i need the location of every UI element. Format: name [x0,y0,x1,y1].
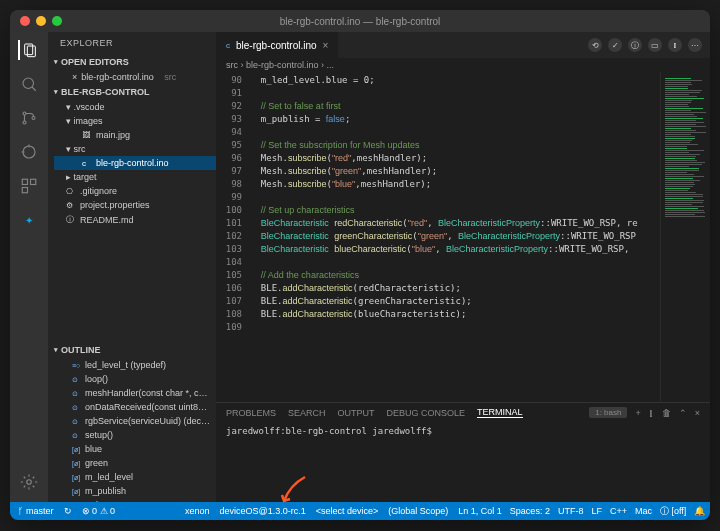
svg-rect-12 [22,188,27,193]
panel-tab-debug[interactable]: DEBUG CONSOLE [387,408,466,418]
outline-section: ▾OUTLINE ≡○led_level_t (typedef)⊙loop()⊙… [48,342,216,502]
search-icon[interactable] [19,74,39,94]
svg-point-5 [23,121,26,124]
info-status[interactable]: ⓘ [off] [660,505,686,518]
close-tab-icon[interactable]: × [323,40,329,51]
outline-item[interactable]: [ø]blue [54,442,216,456]
panel-tab-problems[interactable]: PROBLEMS [226,408,276,418]
outline-item[interactable]: ⊙rgbService(serviceUuid) (declaration) [54,414,216,428]
outline-header[interactable]: ▾OUTLINE [48,342,216,358]
window-title: ble-rgb-control.ino — ble-rgb-control [280,16,441,27]
delete-terminal-icon[interactable]: 🗑 [662,408,671,418]
sidebar-title: EXPLORER [48,32,216,54]
line-gutter: 90 91 92 93 94 95 96 97 98 99 100 101 10… [216,72,250,402]
file-item[interactable]: ⓘREADME.md [54,212,216,227]
close-window-button[interactable] [20,16,30,26]
main-area: ✦ EXPLORER ▾OPEN EDITORS × ble-rgb-contr… [10,32,710,502]
scope[interactable]: (Global Scope) [388,506,448,516]
problems-status[interactable]: ⊗ 0 ⚠ 0 [82,506,116,516]
source-control-icon[interactable] [19,108,39,128]
svg-line-3 [32,87,36,91]
folder-item[interactable]: ▾ .vscode [54,100,216,114]
status-bar: ᚶ master ↻ ⊗ 0 ⚠ 0 xenon deviceOS@1.3.0-… [10,502,710,520]
minimap[interactable] [660,72,710,402]
outline-item[interactable]: [ø]m_publish [54,484,216,498]
editor-actions: ⟲ ✓ ⓘ ▭ ⫿ ⋯ [588,38,710,52]
svg-rect-11 [31,179,36,184]
code-content[interactable]: m_led_level.blue = 0; // Set to false at… [250,72,660,402]
breadcrumb[interactable]: src › ble-rgb-control.ino › ... [216,58,710,72]
new-terminal-icon[interactable]: + [635,408,640,418]
editor-area: c ble-rgb-control.ino × ⟲ ✓ ⓘ ▭ ⫿ ⋯ src … [216,32,710,502]
action-icon[interactable]: ▭ [648,38,662,52]
settings-icon[interactable] [19,472,39,492]
open-editors-section: ▾OPEN EDITORS × ble-rgb-control.ino src [48,54,216,84]
svg-point-6 [32,117,35,120]
tab-bar: c ble-rgb-control.ino × ⟲ ✓ ⓘ ▭ ⫿ ⋯ [216,32,710,58]
cursor-position[interactable]: Ln 1, Col 1 [458,505,502,518]
action-icon[interactable]: ✓ [608,38,622,52]
bottom-panel: PROBLEMS SEARCH OUTPUT DEBUG CONSOLE TER… [216,402,710,502]
project-section: ▾BLE-RGB-CONTROL ▾ .vscode▾ images🖼main.… [48,84,216,227]
language-mode[interactable]: C++ [610,505,627,518]
action-icon[interactable]: ⓘ [628,38,642,52]
svg-point-2 [23,78,34,89]
select-device[interactable]: <select device> [316,506,379,516]
split-terminal-icon[interactable]: ⫿ [649,408,654,418]
minimize-window-button[interactable] [36,16,46,26]
open-editors-header[interactable]: ▾OPEN EDITORS [48,54,216,70]
panel-tab-output[interactable]: OUTPUT [338,408,375,418]
target-device[interactable]: xenon [185,506,210,516]
outline-item[interactable]: ⊙setup() [54,428,216,442]
device-os[interactable]: deviceOS@1.3.0-rc.1 [220,506,306,516]
svg-point-13 [27,480,32,485]
open-editor-item[interactable]: × ble-rgb-control.ino src [54,70,216,84]
file-item[interactable]: 🖼main.jpg [54,128,216,142]
vscode-window: ble-rgb-control.ino — ble-rgb-control ✦ … [10,10,710,520]
terminal-selector[interactable]: 1: bash [589,407,627,418]
eol[interactable]: LF [591,505,602,518]
file-item[interactable]: ⚙project.properties [54,198,216,212]
encoding[interactable]: UTF-8 [558,505,584,518]
outline-item[interactable]: [ø]m_led_level [54,470,216,484]
project-header[interactable]: ▾BLE-RGB-CONTROL [48,84,216,100]
panel-tab-search[interactable]: SEARCH [288,408,326,418]
panel-tab-terminal[interactable]: TERMINAL [477,407,523,418]
titlebar: ble-rgb-control.ino — ble-rgb-control [10,10,710,32]
terminal-content[interactable]: jaredwolff:ble-rgb-control jaredwolff$ [216,422,710,502]
maximize-panel-icon[interactable]: ⌃ [679,408,687,418]
sync-status[interactable]: ↻ [64,506,72,516]
extensions-icon[interactable] [19,176,39,196]
particle-icon[interactable]: ✦ [19,210,39,230]
svg-rect-10 [22,179,27,184]
outline-item[interactable]: [ø]green [54,456,216,470]
sidebar: EXPLORER ▾OPEN EDITORS × ble-rgb-control… [48,32,216,502]
more-icon[interactable]: ⋯ [688,38,702,52]
split-editor-icon[interactable]: ⫿ [668,38,682,52]
action-icon[interactable]: ⟲ [588,38,602,52]
folder-item[interactable]: ▸ target [54,170,216,184]
editor-tab[interactable]: c ble-rgb-control.ino × [216,32,339,58]
svg-point-7 [23,146,35,158]
file-item[interactable]: cble-rgb-control.ino [54,156,216,170]
maximize-window-button[interactable] [52,16,62,26]
debug-icon[interactable] [19,142,39,162]
code-editor[interactable]: 90 91 92 93 94 95 96 97 98 99 100 101 10… [216,72,710,402]
outline-item[interactable]: ⊙loop() [54,372,216,386]
outline-item[interactable]: ≡○led_level_t (typedef) [54,358,216,372]
svg-point-4 [23,112,26,115]
folder-item[interactable]: ▾ images [54,114,216,128]
explorer-icon[interactable] [18,40,38,60]
outline-item[interactable]: ⊙onDataReceived(const uint8_t *, size_t,… [54,400,216,414]
close-panel-icon[interactable]: × [695,408,700,418]
file-item[interactable]: ⎔.gitignore [54,184,216,198]
notifications-icon[interactable]: 🔔 [694,505,705,518]
activity-bar: ✦ [10,32,48,502]
indentation[interactable]: Spaces: 2 [510,505,550,518]
panel-tabs: PROBLEMS SEARCH OUTPUT DEBUG CONSOLE TER… [216,403,710,422]
os-mode[interactable]: Mac [635,505,652,518]
outline-item[interactable]: ⊙meshHandler(const char *, const char *) [54,386,216,400]
folder-item[interactable]: ▾ src [54,142,216,156]
git-branch[interactable]: ᚶ master [18,506,54,516]
traffic-lights [20,16,62,26]
